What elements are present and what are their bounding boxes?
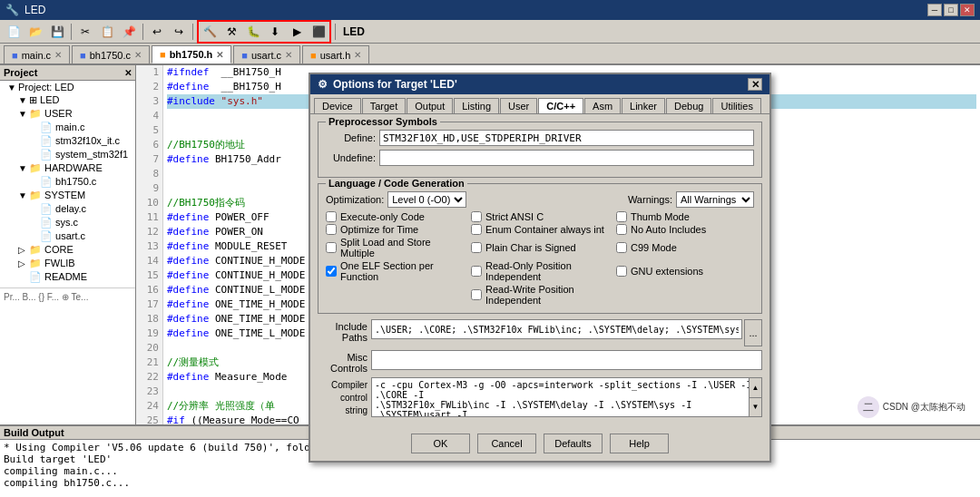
run-btn[interactable]: ▶ <box>287 23 307 41</box>
dialog-tab-linker[interactable]: Linker <box>622 98 665 113</box>
file-save-btn[interactable]: 💾 <box>47 23 67 41</box>
debug-btn[interactable]: 🐛 <box>243 23 263 41</box>
strict-ansi-checkbox[interactable] <box>471 211 482 222</box>
sidebar-item-led[interactable]: ▼ ⊞ LED <box>0 93 135 107</box>
enum-check[interactable]: Enum Container always int <box>471 224 609 235</box>
split-load-checkbox[interactable] <box>326 242 337 253</box>
dialog-tab-output[interactable]: Output <box>407 98 453 113</box>
stop-btn[interactable]: ⬛ <box>309 23 328 41</box>
tab-main-c[interactable]: ■ main.c ✕ <box>4 45 70 63</box>
maximize-button[interactable]: □ <box>944 4 958 16</box>
sidebar-item-bh1750c[interactable]: 📄 bh1750.c <box>0 175 135 189</box>
tab-usart-h[interactable]: ■ usart.h ✕ <box>302 45 369 63</box>
dialog-tab-debug[interactable]: Debug <box>666 98 711 113</box>
file-new-btn[interactable]: 📄 <box>4 23 24 41</box>
sidebar-item-core[interactable]: ▷ 📁 CORE <box>0 243 135 257</box>
tab-close-main[interactable]: ✕ <box>54 50 62 60</box>
dialog-tab-target[interactable]: Target <box>362 98 407 113</box>
no-auto-checkbox[interactable] <box>616 224 627 235</box>
expand-icon: ▼ <box>18 95 29 105</box>
gnu-checkbox[interactable] <box>616 266 627 277</box>
help-button[interactable]: Help <box>610 434 669 453</box>
strict-ansi-label: Strict ANSI C <box>485 211 544 222</box>
sidebar-item-delay[interactable]: 📄 delay.c <box>0 202 135 216</box>
optimize-time-checkbox[interactable] <box>326 224 337 235</box>
minimize-button[interactable]: ─ <box>927 4 942 16</box>
dialog-tab-user[interactable]: User <box>500 98 537 113</box>
close-button[interactable]: ✕ <box>960 4 975 16</box>
tab-bh1750-c[interactable]: ■ bh1750.c ✕ <box>72 45 150 63</box>
tab-close-usarth[interactable]: ✕ <box>354 50 361 60</box>
optimization-select[interactable]: Level 0 (-O0) Level 1 (-O1) Level 2 (-O2… <box>387 191 466 208</box>
download-btn[interactable]: ⬇ <box>265 23 285 41</box>
strict-ansi-check[interactable]: Strict ANSI C <box>471 211 609 222</box>
scroll-up-btn[interactable]: ▲ <box>750 378 761 398</box>
sidebar-item-stm32it[interactable]: 📄 stm32f10x_it.c <box>0 134 135 148</box>
defaults-button[interactable]: Defaults <box>544 434 603 453</box>
warnings-select[interactable]: All Warnings No Warnings <box>676 191 754 208</box>
tab-close-usartc[interactable]: ✕ <box>285 50 292 60</box>
file-open-btn[interactable]: 📂 <box>25 23 45 41</box>
include-browse-btn[interactable]: ... <box>744 319 762 346</box>
tab-usart-c[interactable]: ■ usart.c ✕ <box>233 45 300 63</box>
c99-check[interactable]: C99 Mode <box>616 237 754 258</box>
cut-btn[interactable]: ✂ <box>75 23 95 41</box>
build-target-btn[interactable]: 🔨 <box>200 23 220 41</box>
undo-btn[interactable]: ↩ <box>147 23 167 41</box>
dialog-tab-device[interactable]: Device <box>314 98 361 113</box>
split-load-check[interactable]: Split Load and Store Multiple <box>326 237 464 258</box>
dialog-tab-cc[interactable]: C/C++ <box>538 98 583 113</box>
tab-close-bh1750c[interactable]: ✕ <box>134 50 142 60</box>
copy-btn[interactable]: 📋 <box>97 23 117 41</box>
undefine-input[interactable] <box>379 150 754 166</box>
dialog-close-button[interactable]: ✕ <box>748 78 762 91</box>
read-write-checkbox[interactable] <box>471 289 482 300</box>
compiler-row: Compilercontrolstring -c -cpu Cortex-M3 … <box>318 377 762 417</box>
include-input[interactable] <box>371 319 742 339</box>
sidebar-item-readme[interactable]: 📄 README <box>0 270 135 284</box>
plain-char-checkbox[interactable] <box>471 242 482 253</box>
warnings-checkbox[interactable] <box>616 211 627 222</box>
warnings-check[interactable]: Thumb Mode <box>616 211 754 222</box>
sidebar-item-sysgroup[interactable]: ▼ 📁 SYSTEM <box>0 189 135 202</box>
dialog-tab-asm[interactable]: Asm <box>584 98 621 113</box>
sidebar-item-main-c[interactable]: 📄 main.c <box>0 121 135 134</box>
sidebar-item-system[interactable]: 📄 system_stm32f1 <box>0 148 135 161</box>
optimize-time-check[interactable]: Optimize for Time <box>326 224 464 235</box>
one-elf-check[interactable]: One ELF Section per Function <box>326 260 464 282</box>
gnu-check[interactable]: GNU extensions <box>616 260 754 282</box>
tab-bh1750-h[interactable]: ■ bh1750.h ✕ <box>152 45 231 63</box>
sidebar-item-user[interactable]: ▼ 📁 USER <box>0 107 135 121</box>
enum-checkbox[interactable] <box>471 224 482 235</box>
sidebar-item-fwlib[interactable]: ▷ 📁 FWLIB <box>0 257 135 270</box>
cancel-button[interactable]: Cancel <box>477 434 536 453</box>
toolbar-label: LED <box>343 25 365 38</box>
c99-checkbox[interactable] <box>616 242 627 253</box>
ok-button[interactable]: OK <box>411 434 470 453</box>
define-input[interactable] <box>379 130 754 146</box>
read-write-check[interactable]: Read-Write Position Independent <box>471 284 609 306</box>
no-auto-check[interactable]: No Auto Includes <box>616 224 754 235</box>
redo-btn[interactable]: ↪ <box>169 23 189 41</box>
execute-only-checkbox[interactable] <box>326 211 337 222</box>
plain-char-check[interactable]: Plain Char is Signed <box>471 237 609 258</box>
sidebar-close-icon[interactable]: ✕ <box>124 68 132 78</box>
define-label: Define: <box>326 132 376 143</box>
sidebar-item-usart[interactable]: 📄 usart.c <box>0 229 135 243</box>
tab-label-bh1750c: bh1750.c <box>90 50 131 61</box>
dialog-tab-utilities[interactable]: Utilities <box>712 98 760 113</box>
rebuild-btn[interactable]: ⚒ <box>221 23 241 41</box>
misc-input[interactable] <box>371 350 762 370</box>
paste-btn[interactable]: 📌 <box>119 23 139 41</box>
read-only-check[interactable]: Read-Only Position Independent <box>471 260 609 282</box>
read-only-checkbox[interactable] <box>471 266 482 277</box>
one-elf-checkbox[interactable] <box>326 266 337 277</box>
tab-close-bh1750h[interactable]: ✕ <box>216 50 223 60</box>
sidebar-item-sys[interactable]: 📄 sys.c <box>0 216 135 229</box>
sidebar-item-hardware[interactable]: ▼ 📁 HARDWARE <box>0 161 135 175</box>
dialog-tab-listing[interactable]: Listing <box>454 98 499 113</box>
sidebar-item-project[interactable]: ▼ Project: LED <box>0 81 135 93</box>
scroll-down-btn[interactable]: ▼ <box>750 398 761 417</box>
execute-only-check[interactable]: Execute-only Code <box>326 211 464 222</box>
expand-icon: ▷ <box>18 258 29 268</box>
